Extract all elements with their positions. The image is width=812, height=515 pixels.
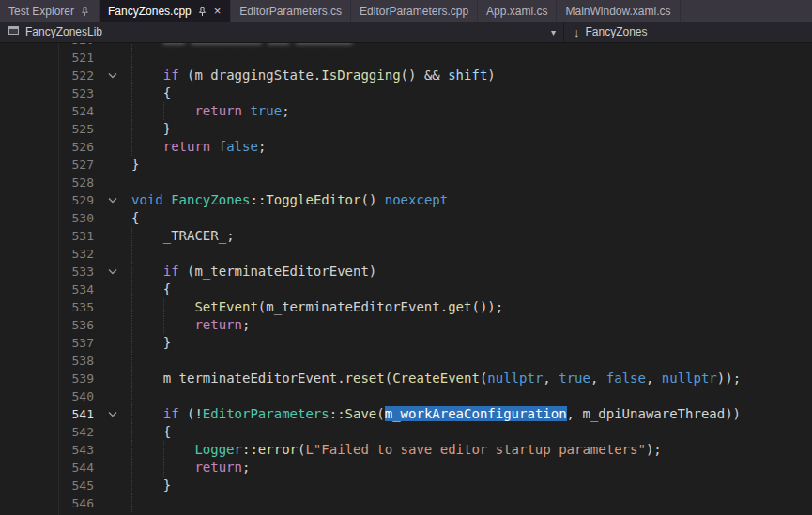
tab-test-explorer[interactable]: Test Explorer xyxy=(0,0,100,22)
code-line[interactable]: 538 xyxy=(0,352,812,370)
code-line[interactable]: 544return; xyxy=(0,459,812,477)
code-text xyxy=(131,352,812,370)
line-number[interactable]: 527 xyxy=(0,156,94,174)
code-text: m_terminateEditorEvent.reset(CreateEvent… xyxy=(131,370,812,387)
code-line[interactable]: 531_TRACER_; xyxy=(0,227,812,245)
line-number[interactable]: 528 xyxy=(0,174,94,191)
line-number[interactable]: 532 xyxy=(0,245,94,263)
code-line[interactable]: 529void FancyZones::ToggleEditor() noexc… xyxy=(0,191,812,209)
fold-chevron-icon[interactable] xyxy=(94,191,131,209)
code-line[interactable]: 527} xyxy=(0,156,812,174)
line-number[interactable]: 524 xyxy=(0,102,94,120)
tab-editorparameters-cpp[interactable]: EditorParameters.cpp xyxy=(351,0,478,22)
member-label: FancyZones xyxy=(586,25,648,38)
code-line[interactable]: 524return true; xyxy=(0,102,812,120)
line-number[interactable]: 546 xyxy=(0,494,94,512)
fold-margin xyxy=(94,102,131,120)
fold-margin xyxy=(94,227,131,245)
selected-text[interactable]: m_workAreaConfiguration xyxy=(385,406,567,421)
member-dropdown[interactable]: ↓ FancyZones xyxy=(564,22,812,42)
line-number[interactable]: 523 xyxy=(0,84,94,102)
line-number[interactable]: 525 xyxy=(0,120,94,138)
line-number[interactable]: 538 xyxy=(0,352,94,370)
code-line[interactable]: 542{ xyxy=(0,423,812,441)
line-number[interactable]: 542 xyxy=(0,423,94,441)
indent-guide xyxy=(131,102,163,120)
code-line[interactable]: 540 xyxy=(0,387,812,405)
code-line[interactable]: 535SetEvent(m_terminateEditorEvent.get()… xyxy=(0,298,812,316)
close-icon[interactable]: × xyxy=(213,5,222,17)
code-line[interactable]: 536return; xyxy=(0,316,812,334)
glyph-margin-edge xyxy=(58,43,59,515)
code-line[interactable]: 522if (m_draggingState.IsDragging() && s… xyxy=(0,67,812,84)
fold-margin xyxy=(94,84,131,102)
line-number[interactable]: 530 xyxy=(0,209,94,227)
code-line[interactable]: 543Logger::error(L"Failed to save editor… xyxy=(0,441,812,459)
indent-guide xyxy=(131,494,163,512)
fold-margin xyxy=(94,387,131,405)
fold-margin xyxy=(94,334,131,352)
code-line[interactable]: 545} xyxy=(0,477,812,494)
code-line[interactable]: 534{ xyxy=(0,280,812,298)
code-line[interactable]: 525} xyxy=(0,120,812,138)
vs-editor-window: Test ExplorerFancyZones.cpp×EditorParame… xyxy=(0,0,812,515)
line-number[interactable]: 522 xyxy=(0,67,94,84)
line-number[interactable]: 521 xyxy=(0,49,94,67)
code-text: } xyxy=(131,334,812,352)
fold-margin xyxy=(94,156,131,174)
code-area: 520■■■ ■■■■■■■■■■ ■■■ ■■■■■■■■521522if (… xyxy=(0,43,812,512)
line-number[interactable]: 541 xyxy=(0,405,94,423)
line-number[interactable]: 536 xyxy=(0,316,94,334)
code-line[interactable]: 523{ xyxy=(0,84,812,102)
code-line[interactable]: 541if (!EditorParameters::Save(m_workAre… xyxy=(0,405,812,423)
line-number[interactable]: 543 xyxy=(0,441,94,459)
scope-dropdown[interactable]: FancyZonesLib ▾ xyxy=(0,22,563,42)
code-editor[interactable]: 520■■■ ■■■■■■■■■■ ■■■ ■■■■■■■■521522if (… xyxy=(0,43,812,515)
code-text xyxy=(131,49,812,67)
code-line[interactable]: 532 xyxy=(0,245,812,263)
line-number[interactable]: 529 xyxy=(0,191,94,209)
tab-fancyzones-cpp[interactable]: FancyZones.cpp× xyxy=(100,0,231,22)
fold-margin xyxy=(94,209,131,227)
tab-label: EditorParameters.cs xyxy=(239,5,342,18)
code-line[interactable]: 546 xyxy=(0,494,812,512)
code-line[interactable]: 526return false; xyxy=(0,138,812,156)
line-number[interactable]: 535 xyxy=(0,298,94,316)
fold-margin xyxy=(94,352,131,370)
line-number[interactable]: 540 xyxy=(0,387,94,405)
line-number[interactable]: 545 xyxy=(0,477,94,494)
line-number[interactable]: 539 xyxy=(0,370,94,387)
line-number[interactable]: 537 xyxy=(0,334,94,352)
tab-editorparameters-cs[interactable]: EditorParameters.cs xyxy=(231,0,351,22)
line-number[interactable]: 534 xyxy=(0,280,94,298)
indent-guide xyxy=(163,102,195,120)
code-text: { xyxy=(131,423,812,441)
indent-guide xyxy=(131,138,163,156)
fold-margin xyxy=(94,298,131,316)
code-line[interactable]: 521 xyxy=(0,49,812,67)
fold-chevron-icon[interactable] xyxy=(94,405,131,423)
fold-margin xyxy=(94,459,131,477)
line-number[interactable]: 526 xyxy=(0,138,94,156)
indent-guide xyxy=(131,227,163,245)
fold-chevron-icon[interactable] xyxy=(94,67,131,84)
chevron-down-icon[interactable]: ▾ xyxy=(551,27,556,38)
code-text: { xyxy=(131,84,812,102)
pin-icon[interactable] xyxy=(80,6,90,17)
line-number[interactable]: 531 xyxy=(0,227,94,245)
line-number[interactable]: 544 xyxy=(0,459,94,477)
code-text: { xyxy=(131,280,812,298)
code-line[interactable]: 533if (m_terminateEditorEvent) xyxy=(0,263,812,280)
code-line[interactable]: 528 xyxy=(0,174,812,191)
code-line[interactable]: 537} xyxy=(0,334,812,352)
tab-mainwindow-xaml-cs[interactable]: MainWindow.xaml.cs xyxy=(557,0,680,22)
fold-chevron-icon[interactable] xyxy=(94,263,131,280)
indent-guide xyxy=(131,263,163,280)
tab-app-xaml-cs[interactable]: App.xaml.cs xyxy=(478,0,557,22)
code-line[interactable]: 530{ xyxy=(0,209,812,227)
code-text xyxy=(131,494,812,512)
pin-icon[interactable] xyxy=(197,6,207,17)
code-line[interactable]: 539m_terminateEditorEvent.reset(CreateEv… xyxy=(0,370,812,387)
line-number[interactable]: 533 xyxy=(0,263,94,280)
fold-margin xyxy=(94,245,131,263)
